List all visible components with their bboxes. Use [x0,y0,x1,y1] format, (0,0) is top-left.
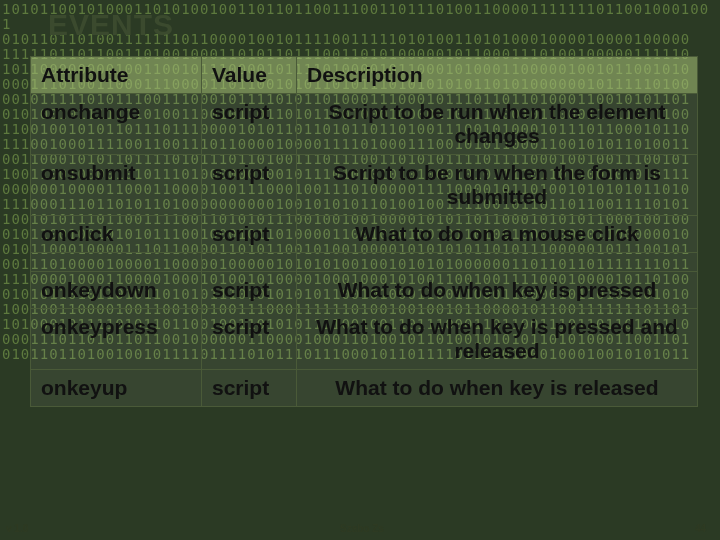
version-label: v 1.0 [6,523,28,534]
author-label: Szabo Zs [340,523,384,534]
cell-attr: onkeypress [31,309,202,370]
cell-attr: onclick [31,216,202,253]
cell-val: script [202,155,297,216]
slide-footer: v 1.0 Szabo Zs 44 [0,518,720,536]
table-row: onkeypressscriptWhat to do when key is p… [31,309,698,370]
col-value: Value [202,57,297,94]
cell-val: script [202,309,297,370]
cell-attr: onkeyup [31,370,202,407]
cell-val: script [202,370,297,407]
cell-desc: What to do when key is pressed [297,272,698,309]
col-attribute: Attribute [31,57,202,94]
cell-desc: What to do when key is pressed and relea… [297,309,698,370]
cell-attr: onchange [31,94,202,155]
cell-desc: What to do when key is released [297,370,698,407]
table-row: onkeydownscriptWhat to do when key is pr… [31,272,698,309]
cell-desc: Script to be run when the element change… [297,94,698,155]
cell-desc: Script to be run when the form is submit… [297,155,698,216]
col-description: Description [297,57,698,94]
events-table: Attribute Value Description onchangescri… [30,56,698,407]
table-row: onsubmitscriptScript to be run when the … [31,155,698,216]
cell-val: script [202,216,297,253]
cell-desc: What to do on a mouse click [297,216,698,253]
cell-val: script [202,94,297,155]
table-row: onkeyupscriptWhat to do when key is rele… [31,370,698,407]
table-row: onclickscriptWhat to do on a mouse click [31,216,698,253]
table-header-row: Attribute Value Description [31,57,698,94]
page-title: EVENTS [48,8,174,42]
table-gap [31,253,698,272]
page-number: 44 [695,523,706,534]
cell-attr: onsubmit [31,155,202,216]
table-row: onchangescriptScript to be run when the … [31,94,698,155]
cell-val: script [202,272,297,309]
cell-attr: onkeydown [31,272,202,309]
